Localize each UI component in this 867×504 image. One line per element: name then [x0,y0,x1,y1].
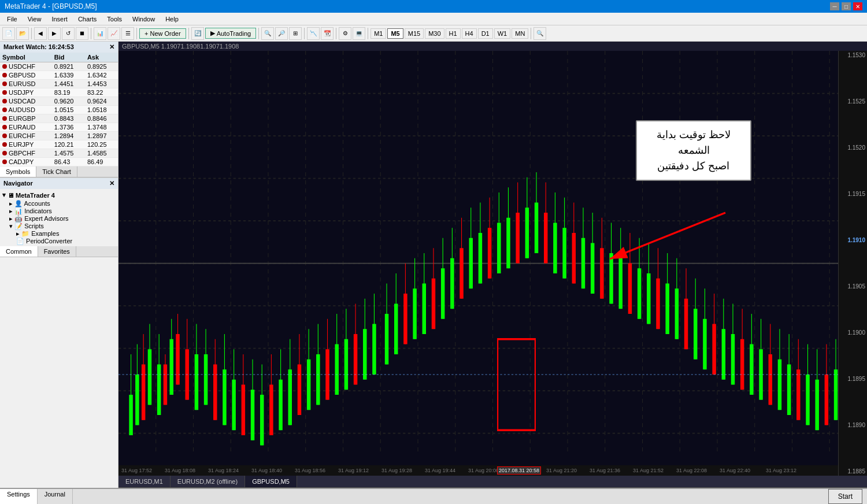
market-watch-row[interactable]: USDCHF 0.8921 0.8925 [0,62,118,71]
svg-rect-43 [169,339,173,395]
svg-rect-131 [581,238,585,289]
chart-tab-eurusd-m2[interactable]: EURUSD,M2 (offline) [171,476,245,487]
options-btn[interactable]: ⚙ [339,27,351,40]
status-dot [2,99,7,103]
tab-common[interactable]: Common [0,246,38,257]
forward-button[interactable]: ▶ [48,27,61,40]
market-watch-row[interactable]: USDCAD 0.9620 0.9624 [0,97,118,106]
tab-settings[interactable]: Settings [0,489,38,504]
tf-m30[interactable]: M30 [425,28,444,39]
tf-m1[interactable]: M1 [370,28,386,39]
back-button[interactable]: ◀ [34,27,47,40]
navigator-header: Navigator ✕ [0,178,118,189]
zoom-out-btn[interactable]: 🔎 [275,27,288,40]
grid-btn[interactable]: ⊞ [289,27,302,40]
market-watch-row[interactable]: EURAUD 1.3736 1.3748 [0,123,118,132]
svg-rect-85 [363,329,366,380]
nav-ea-item[interactable]: ▸ 🤖 Expert Advisors [0,215,118,223]
examples-expand: ▸ [16,230,20,237]
svg-rect-141 [628,264,632,314]
chart-tab-eurusd-m1[interactable]: EURUSD,M1 [118,476,171,487]
menu-help[interactable]: Help [161,14,183,24]
chart-canvas[interactable]: 1.1530 1.1525 1.1520 1.1915 1.1910 1.190… [118,51,867,476]
chart-tab-gbpusd-m5[interactable]: GBPUSD,M5 [245,476,297,487]
indicator-btn[interactable]: 📉 [307,27,320,40]
new-button[interactable]: 📄 [2,27,15,40]
chart-btn1[interactable]: 📊 [94,27,106,40]
stop-button[interactable]: ⏹ [76,27,88,40]
svg-rect-39 [157,365,161,416]
symbol-cell: USDCAD [0,97,52,106]
svg-rect-55 [223,369,226,425]
svg-rect-31 [129,395,132,435]
navigator-tabs: Common Favorites [0,246,118,257]
market-watch-row[interactable]: GBPUSD 1.6339 1.6342 [0,71,118,80]
menu-window[interactable]: Window [128,14,160,24]
navigator-close[interactable]: ✕ [109,180,114,187]
svg-rect-121 [535,203,538,254]
tf-mn[interactable]: MN [512,28,528,39]
menu-tools[interactable]: Tools [102,14,127,24]
nav-examples-item[interactable]: ▸ 📁 Examples [0,230,118,238]
market-watch-row[interactable]: USDJPY 83.19 83.22 [0,88,118,97]
tab-favorites[interactable]: Favorites [38,246,76,257]
nav-periodconverter-item[interactable]: 📄 PeriodConverter [0,238,118,245]
svg-rect-145 [647,273,650,324]
periods-btn[interactable]: 📆 [321,27,334,40]
nav-scripts-item[interactable]: ▾ 📝 Scripts [0,223,118,230]
status-dot [2,134,7,138]
svg-rect-117 [516,213,519,264]
menu-charts[interactable]: Charts [73,14,101,24]
terminal-btn[interactable]: 💻 [353,27,365,40]
market-watch-row[interactable]: AUDUSD 1.0515 1.0518 [0,106,118,114]
nav-accounts-item[interactable]: ▸ 👤 Accounts [0,200,118,207]
tf-h4[interactable]: H4 [462,28,477,39]
maximize-button[interactable]: □ [842,2,851,10]
nav-root[interactable]: ▾ 🖥 MetaTrader 4 [0,190,118,200]
market-watch-row[interactable]: EURGBP 0.8843 0.8846 [0,114,118,123]
tf-h1[interactable]: H1 [446,28,461,39]
market-watch-row[interactable]: EURUSD 1.4451 1.4453 [0,80,118,88]
tab-tick-chart[interactable]: Tick Chart [36,166,77,177]
time-10: 31 Aug 21:20 [546,468,577,473]
ask-cell: 86.49 [85,158,118,166]
new-order-button[interactable]: +New Order [139,28,186,39]
market-watch-row[interactable]: GBPCHF 1.4575 1.4585 [0,149,118,158]
svg-rect-137 [609,253,613,304]
market-watch-row[interactable]: EURCHF 1.2894 1.2897 [0,132,118,140]
status-dot [2,90,7,95]
menu-insert[interactable]: Insert [47,14,72,24]
search-btn[interactable]: 🔍 [533,27,546,40]
svg-rect-175 [787,365,791,416]
menu-file[interactable]: File [2,14,22,24]
nav-periodconverter-label: PeriodConverter [26,238,72,244]
nav-indicators-item[interactable]: ▸ 📊 Indicators [0,207,118,215]
chart-btn2[interactable]: 📈 [108,27,120,40]
price-1890: 1.1890 [839,422,867,428]
close-button[interactable]: ✕ [853,2,862,10]
time-labels: 31 Aug 17:52 31 Aug 18:08 31 Aug 18:24 3… [118,465,838,476]
bottom-panel: Settings Journal Start Expert Advisor: ▼… [0,488,867,504]
tf-w1[interactable]: W1 [494,28,511,39]
tf-m5[interactable]: M5 [387,28,403,39]
tf-m15[interactable]: M15 [405,28,424,39]
chart-mode-btn[interactable]: 🔄 [191,27,204,40]
svg-rect-135 [600,248,603,299]
market-watch-row[interactable]: EURJPY 120.21 120.25 [0,140,118,149]
minimize-button[interactable]: ─ [830,2,839,10]
zoom-in-btn[interactable]: 🔍 [261,27,274,40]
open-button[interactable]: 📂 [16,27,29,40]
tab-journal[interactable]: Journal [38,489,73,504]
svg-rect-115 [506,218,510,269]
chart-btn3[interactable]: ☰ [121,27,134,40]
refresh-button[interactable]: ↺ [62,27,75,40]
market-watch-close[interactable]: ✕ [109,43,114,51]
start-button[interactable]: Start [828,489,862,504]
tf-d1[interactable]: D1 [478,28,493,39]
autotrading-button[interactable]: ▶ AutoTrading [205,28,257,39]
svg-rect-73 [307,360,310,410]
title-bar-controls[interactable]: ─ □ ✕ [830,2,862,10]
market-watch-row[interactable]: CADJPY 86.43 86.49 [0,158,118,166]
tab-symbols[interactable]: Symbols [0,166,36,177]
menu-view[interactable]: View [23,14,46,24]
